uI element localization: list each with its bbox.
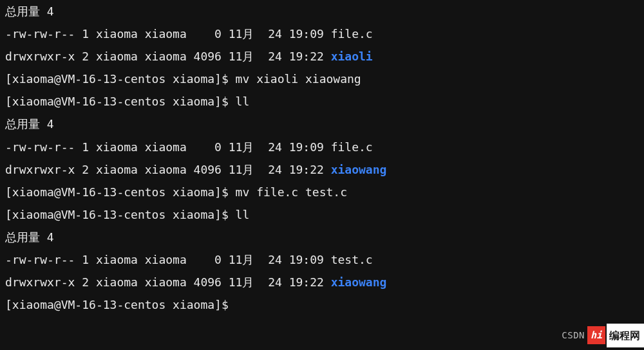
terminal-line: -rw-rw-r-- 1 xiaoma xiaoma 0 11月 24 19:0… [5, 248, 639, 271]
watermark: CSDN hi 编程网 [562, 324, 644, 347]
terminal-text: 总用量 4 [5, 230, 54, 244]
terminal-text: [xiaoma@VM-16-13-centos xiaoma]$ ll [5, 95, 249, 108]
terminal-line: -rw-rw-r-- 1 xiaoma xiaoma 0 11月 24 19:0… [5, 136, 639, 158]
directory-name: xiaowang [331, 275, 387, 289]
watermark-logo-icon: hi [587, 326, 605, 344]
terminal-line: 总用量 4 [5, 0, 639, 23]
directory-name: xiaoli [331, 50, 373, 63]
terminal-line: drwxrwxr-x 2 xiaoma xiaoma 4096 11月 24 1… [5, 271, 639, 293]
terminal-text: [xiaoma@VM-16-13-centos xiaoma]$ mv file… [5, 185, 347, 199]
terminal-line: -rw-rw-r-- 1 xiaoma xiaoma 0 11月 24 19:0… [5, 23, 639, 45]
terminal-output[interactable]: 总用量 4-rw-rw-r-- 1 xiaoma xiaoma 0 11月 24… [5, 0, 639, 316]
terminal-text: drwxrwxr-x 2 xiaoma xiaoma 4096 11月 24 1… [5, 275, 331, 289]
terminal-text: -rw-rw-r-- 1 xiaoma xiaoma 0 11月 24 19:0… [5, 253, 373, 266]
watermark-site-text: 编程网 [607, 324, 644, 347]
watermark-csdn: CSDN [562, 327, 585, 344]
terminal-text: drwxrwxr-x 2 xiaoma xiaoma 4096 11月 24 1… [5, 163, 331, 176]
terminal-text: -rw-rw-r-- 1 xiaoma xiaoma 0 11月 24 19:0… [5, 27, 373, 41]
terminal-text: drwxrwxr-x 2 xiaoma xiaoma 4096 11月 24 1… [5, 50, 331, 63]
terminal-line: [xiaoma@VM-16-13-centos xiaoma]$ mv xiao… [5, 68, 639, 90]
terminal-text: [xiaoma@VM-16-13-centos xiaoma]$ [5, 298, 236, 311]
terminal-line: drwxrwxr-x 2 xiaoma xiaoma 4096 11月 24 1… [5, 45, 639, 68]
directory-name: xiaowang [331, 163, 387, 176]
terminal-line: 总用量 4 [5, 226, 639, 248]
terminal-text: [xiaoma@VM-16-13-centos xiaoma]$ ll [5, 208, 249, 221]
terminal-line: [xiaoma@VM-16-13-centos xiaoma]$ mv file… [5, 181, 639, 203]
terminal-line: [xiaoma@VM-16-13-centos xiaoma]$ ll [5, 203, 639, 226]
terminal-text: [xiaoma@VM-16-13-centos xiaoma]$ mv xiao… [5, 72, 361, 86]
terminal-text: -rw-rw-r-- 1 xiaoma xiaoma 0 11月 24 19:0… [5, 140, 373, 154]
terminal-text: 总用量 4 [5, 117, 54, 131]
terminal-line: 总用量 4 [5, 113, 639, 135]
terminal-line: [xiaoma@VM-16-13-centos xiaoma]$ ll [5, 90, 639, 113]
terminal-line: [xiaoma@VM-16-13-centos xiaoma]$ [5, 293, 639, 316]
terminal-line: drwxrwxr-x 2 xiaoma xiaoma 4096 11月 24 1… [5, 158, 639, 181]
terminal-text: 总用量 4 [5, 5, 54, 18]
